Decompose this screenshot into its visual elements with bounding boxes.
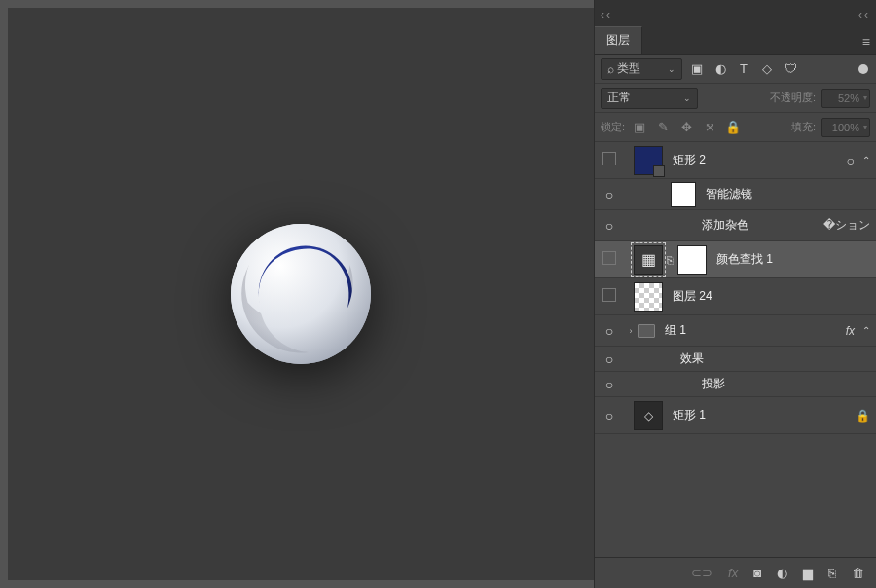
- grid-icon: ▦: [641, 250, 656, 269]
- layer-color-lookup[interactable]: ▦ ⎘ 颜色查找 1: [595, 241, 876, 278]
- chevron-down-icon: ⌄: [683, 93, 691, 103]
- layer-mask-thumb[interactable]: [677, 245, 707, 275]
- fx-label: 效果: [680, 350, 704, 367]
- visibility-toggle[interactable]: ○: [595, 323, 624, 339]
- lock-row: 锁定: ▣ ✎ ✥ ⤧ 🔒 填充: 100%: [595, 113, 876, 142]
- add-adjustment-button[interactable]: ◐: [777, 566, 787, 580]
- layer-name[interactable]: 矩形 2: [673, 152, 706, 168]
- layer-thumb[interactable]: ◇: [634, 401, 663, 430]
- folder-icon: [638, 324, 655, 338]
- layers-panel: ‹‹ ‹‹ 图层 ≡ ⌕ 类型 ⌄ ▣ ◐ T ◇ 🛡 正常 ⌄ 不透明度: 5…: [594, 0, 876, 588]
- lock-trans-icon[interactable]: ▣: [631, 120, 648, 134]
- smart-filter-row[interactable]: ○ 智能滤镜: [595, 179, 876, 210]
- filter-add-noise[interactable]: ○ 添加杂色 �ション: [595, 210, 876, 241]
- link-icon[interactable]: ⎘: [663, 254, 677, 266]
- panel-collapse-bar[interactable]: ‹‹ ‹‹: [595, 0, 876, 29]
- filter-row: ⌕ 类型 ⌄ ▣ ◐ T ◇ 🛡: [595, 55, 876, 84]
- layer-thumb[interactable]: [634, 146, 663, 175]
- filter-settings-icon[interactable]: �ション: [823, 217, 870, 234]
- filter-adjust-icon[interactable]: ◐: [712, 61, 729, 76]
- smart-filter-vis-icon[interactable]: ○: [847, 153, 855, 168]
- fx-drop-shadow[interactable]: ○ 投影: [595, 372, 876, 397]
- collapse-left-icon: ‹‹: [601, 8, 612, 21]
- fill-value[interactable]: 100%: [821, 118, 870, 137]
- layer-24[interactable]: 图层 24: [595, 278, 876, 315]
- adjustment-thumb[interactable]: ▦: [634, 245, 663, 275]
- layer-thumb[interactable]: [634, 282, 663, 312]
- visibility-toggle[interactable]: [595, 251, 624, 268]
- collapse-icon[interactable]: ⌃: [862, 325, 870, 336]
- blend-mode-dropdown[interactable]: 正常 ⌄: [601, 88, 698, 109]
- blend-mode-value: 正常: [607, 90, 631, 106]
- collapse-right-icon: ‹‹: [858, 8, 870, 21]
- collapse-icon[interactable]: ⌃: [862, 155, 870, 165]
- tab-layers[interactable]: 图层: [595, 26, 642, 54]
- fx-name[interactable]: 投影: [702, 376, 725, 392]
- canvas-area: [0, 0, 594, 588]
- filter-text-icon[interactable]: T: [735, 61, 752, 76]
- visibility-toggle[interactable]: [595, 152, 624, 168]
- canvas[interactable]: [8, 8, 594, 580]
- new-layer-button[interactable]: ⎘: [828, 566, 836, 580]
- visibility-toggle[interactable]: ○: [595, 377, 624, 392]
- visibility-toggle[interactable]: ○: [595, 351, 624, 367]
- add-fx-button[interactable]: fx: [728, 566, 738, 580]
- add-mask-button[interactable]: ◙: [753, 566, 761, 580]
- lock-paint-icon[interactable]: ✎: [654, 120, 672, 134]
- filter-kind-label: 类型: [617, 60, 640, 77]
- layer-name[interactable]: 颜色查找 1: [716, 251, 773, 268]
- c4d-logo: [223, 216, 379, 372]
- disclosure-icon[interactable]: ›: [624, 326, 638, 336]
- layer-group-1[interactable]: ○ › 组 1 fx ⌃: [595, 315, 876, 347]
- filter-name[interactable]: 添加杂色: [702, 217, 748, 234]
- lock-all-icon[interactable]: 🔒: [724, 120, 742, 134]
- fill-label: 填充:: [791, 120, 816, 134]
- smart-filter-mask-thumb[interactable]: [671, 182, 696, 207]
- lock-icon[interactable]: 🔒: [856, 409, 870, 423]
- filter-smart-icon[interactable]: 🛡: [782, 61, 799, 76]
- layer-rect1[interactable]: ○ ◇ 矩形 1 🔒: [595, 397, 876, 434]
- layer-name[interactable]: 矩形 1: [673, 407, 706, 423]
- visibility-toggle[interactable]: ○: [595, 408, 624, 423]
- layer-name[interactable]: 图层 24: [673, 288, 712, 305]
- panel-menu-icon[interactable]: ≡: [862, 34, 870, 54]
- filter-toggle[interactable]: [858, 64, 868, 74]
- fx-badge[interactable]: fx: [846, 324, 855, 338]
- panel-tabs: 图层 ≡: [595, 29, 876, 55]
- visibility-toggle[interactable]: ○: [595, 218, 624, 234]
- lock-nest-icon[interactable]: ⤧: [701, 120, 718, 134]
- opacity-label: 不透明度:: [770, 91, 816, 105]
- lock-move-icon[interactable]: ✥: [677, 120, 695, 134]
- search-icon: ⌕: [607, 62, 614, 76]
- filter-pixel-icon[interactable]: ▣: [688, 61, 706, 76]
- lock-label: 锁定:: [601, 120, 625, 134]
- fx-header[interactable]: ○ 效果: [595, 347, 876, 372]
- layer-name[interactable]: 组 1: [665, 322, 686, 339]
- blend-row: 正常 ⌄ 不透明度: 52%: [595, 84, 876, 113]
- filter-kind-dropdown[interactable]: ⌕ 类型 ⌄: [601, 58, 682, 80]
- chevron-down-icon: ⌄: [668, 64, 675, 74]
- filter-shape-icon[interactable]: ◇: [758, 61, 776, 76]
- new-group-button[interactable]: ▆: [803, 566, 813, 580]
- delete-layer-button[interactable]: 🗑: [852, 566, 864, 580]
- layer-rect2[interactable]: 矩形 2 ○ ⌃: [595, 142, 876, 179]
- visibility-toggle[interactable]: [595, 288, 624, 305]
- visibility-toggle[interactable]: ○: [595, 187, 624, 202]
- link-layers-button[interactable]: ⊂⊃: [691, 566, 712, 580]
- panel-footer: ⊂⊃ fx ◙ ◐ ▆ ⎘ 🗑: [595, 557, 876, 588]
- opacity-value[interactable]: 52%: [821, 89, 870, 108]
- smart-filter-label: 智能滤镜: [706, 186, 752, 202]
- layer-list: 矩形 2 ○ ⌃ ○ 智能滤镜 ○ 添加杂色 �ション ▦ ⎘: [595, 142, 876, 557]
